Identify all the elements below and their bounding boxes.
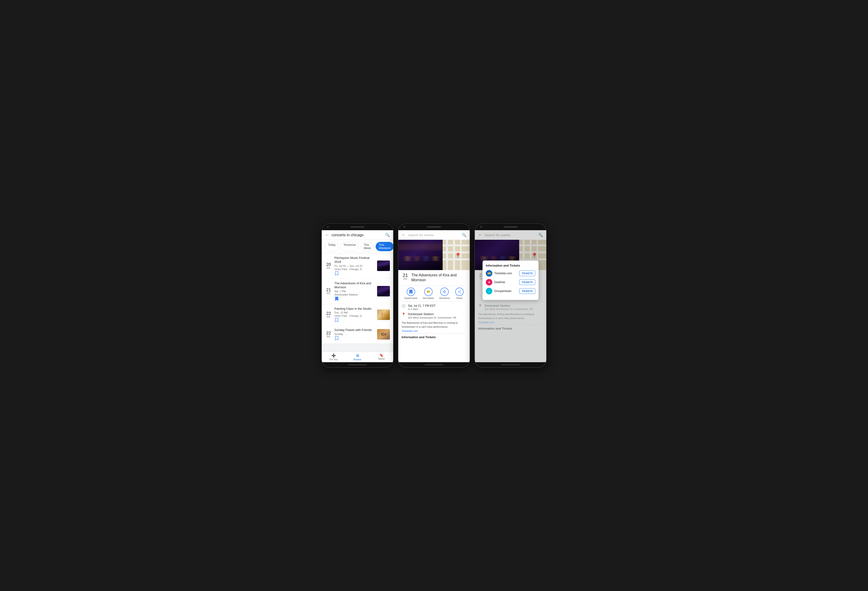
event-1-save-icon[interactable]: [334, 271, 339, 276]
filter-tab-thisweek[interactable]: This Week: [361, 242, 374, 251]
nav-saved[interactable]: 🔖 Saved: [369, 353, 393, 361]
phone-2-venue-row: 📍 Snickerpark Stadium 100 West Snickerpa…: [402, 312, 466, 319]
phone-2-datetime-sub: in 2 days: [408, 308, 435, 310]
event-3-month: JUL: [326, 315, 331, 318]
action-directions[interactable]: Directions: [439, 287, 450, 299]
saved-event-label: Saved event: [404, 297, 418, 299]
event-4-name: Sunday Feasts with Friends: [334, 328, 375, 332]
clock-icon: 🕐: [402, 304, 406, 308]
ticketsite-button[interactable]: TICKETS: [519, 271, 535, 276]
phone-2-event-day: 21: [403, 273, 408, 277]
phone-2-search-header: ← Search for events 🔍: [398, 230, 470, 240]
phone-1-search-query: concerts in chicago: [332, 233, 383, 237]
event-2-sub2: Snickerpark Stadium: [334, 293, 375, 296]
phone-2-detail-content: 21 JUL The Adventures of Kira and Morris…: [398, 270, 470, 362]
event-1-date: 20 JUL: [325, 262, 332, 269]
event-3-save-icon[interactable]: [334, 318, 339, 322]
phone-3-popup-overlay: Information and Tickets 🎫 Ticketsite.com…: [475, 230, 546, 362]
event-1-name: Pitchspoon Music Festival 2018: [334, 256, 375, 264]
event-4-info: Sunday Feasts with Friends Sunday: [334, 328, 375, 340]
dealhub-button[interactable]: TICKETS: [519, 279, 535, 285]
tickets-popup: Information and Tickets 🎫 Ticketsite.com…: [483, 261, 539, 300]
nav-for-you-label: For You: [330, 358, 338, 361]
filter-tab-today[interactable]: Today: [325, 242, 338, 251]
phone-2-venue: Snickerpark Stadium: [408, 312, 456, 316]
event-2-date: 21 JUL: [325, 288, 332, 295]
nav-browse-label: Browse: [353, 358, 361, 361]
event-4-sub1: Sunday: [334, 333, 375, 335]
get-tickets-circle: 🎫: [424, 287, 433, 296]
hero-concert-image: [398, 240, 445, 270]
phone-2-title-row: 21 JUL The Adventures of Kira and Morris…: [402, 273, 466, 283]
event-1-sub1: Fri, Jul 20 — Sun, Jul 22: [334, 264, 375, 267]
phone-2-link[interactable]: Ticketsite.com: [402, 330, 466, 332]
phone-1-search-header: ← concerts in chicago 🔍: [322, 230, 393, 240]
svg-point-2: [460, 292, 461, 293]
action-get-tickets[interactable]: 🎫 Get tickets: [423, 287, 434, 299]
event-3-date: 22 JUL: [325, 311, 332, 318]
phone-1-screen: ← concerts in chicago 🔍 Today Tomorrow T…: [322, 230, 393, 362]
phone-2-datetime-info: Sat, Jul 21, 7 PM EDT in 2 days: [408, 304, 435, 311]
phone-2-back-button[interactable]: ←: [402, 233, 406, 237]
event-card-1[interactable]: 20 JUL Pitchspoon Music Festival 2018 Fr…: [322, 253, 393, 279]
for-you-icon: ➕: [331, 353, 336, 358]
phone-3-camera: [480, 226, 482, 228]
action-saved-event[interactable]: Saved event: [404, 287, 418, 299]
event-1-day: 20: [326, 262, 331, 267]
groupsintown-logo: ♪: [486, 288, 492, 294]
event-1-month: JUL: [326, 267, 331, 269]
phone-1-search-icon[interactable]: 🔍: [385, 233, 390, 237]
phone-1-back-button[interactable]: ←: [325, 233, 329, 237]
event-4-day: 22: [326, 331, 331, 335]
phone-1-camera: [327, 226, 329, 228]
phone-2-home-bar: [425, 364, 443, 365]
nav-for-you[interactable]: ➕ For You: [322, 353, 345, 361]
svg-line-4: [459, 291, 460, 292]
saved-event-circle: [407, 287, 415, 296]
phone-2-camera: [403, 226, 405, 228]
event-card-2[interactable]: 21 JUL The Adventures of Kira and Morris…: [322, 279, 393, 304]
phone-3-bottom-bar: [475, 362, 546, 367]
phone-2-event-name: The Adventures of Kira and Morrison: [411, 273, 466, 283]
svg-line-5: [459, 292, 460, 292]
event-4-month: JUL: [326, 335, 331, 338]
directions-circle: [440, 287, 449, 296]
share-label: Share: [456, 297, 463, 299]
event-4-image: 🍽: [377, 329, 390, 340]
filter-tab-tomorrow[interactable]: Tomorrow: [340, 242, 359, 251]
phone-2-venue-info: Snickerpark Stadium 100 West Snickerpark…: [408, 312, 456, 319]
event-2-save-icon[interactable]: [334, 296, 339, 301]
phone-2-info-tickets: Information and Tickets: [402, 333, 466, 339]
phone-1: ← concerts in chicago 🔍 Today Tomorrow T…: [321, 223, 394, 368]
event-1-sub2: Union Park · Chicago, IL: [334, 268, 375, 271]
event-3-day: 22: [326, 311, 331, 315]
event-2-name: The Adventures of Kira and Morrison: [334, 281, 375, 289]
phone-2-search-placeholder[interactable]: Search for events: [408, 233, 459, 237]
event-4-save-icon[interactable]: [334, 336, 339, 340]
event-2-sub1: Sat, 7 PM: [334, 290, 375, 293]
dealhub-name: DealHub: [494, 281, 517, 284]
event-card-4[interactable]: 22 JUL Sunday Feasts with Friends Sunday…: [322, 325, 393, 343]
action-share[interactable]: Share: [455, 287, 464, 299]
phone-2-event-hero: 📍: [398, 240, 470, 270]
groupsintown-button[interactable]: TICKETS: [519, 288, 535, 294]
ticketsite-name: Ticketsite.com: [494, 272, 517, 275]
directions-label: Directions: [439, 297, 450, 299]
nav-browse[interactable]: ⊞ Browse: [345, 353, 369, 361]
phone-3-top-bar: [475, 224, 546, 230]
ticketsite-logo: 🎫: [486, 270, 492, 277]
event-3-image: 🎨: [377, 310, 390, 320]
event-card-3[interactable]: 22 JUL Painting Class in the Studio Sun,…: [322, 304, 393, 325]
event-3-info: Painting Class in the Studio Sun, 12 AM …: [334, 307, 375, 323]
share-circle: [455, 287, 464, 296]
phone-1-events-list: 20 JUL Pitchspoon Music Festival 2018 Fr…: [322, 253, 393, 352]
event-2-info: The Adventures of Kira and Morrison Sat,…: [334, 281, 375, 301]
phones-container: ← concerts in chicago 🔍 Today Tomorrow T…: [321, 223, 547, 368]
filter-tab-thisweekend[interactable]: This Weekend: [376, 242, 393, 251]
event-1-info: Pitchspoon Music Festival 2018 Fri, Jul …: [334, 256, 375, 276]
svg-marker-0: [443, 290, 446, 293]
phone-2-datetime: Sat, Jul 21, 7 PM EDT: [408, 304, 435, 308]
phone-2-search-icon[interactable]: 🔍: [462, 233, 466, 237]
event-3-sub2: Union Park · Chicago, IL: [334, 314, 375, 317]
phone-2: ← Search for events 🔍: [398, 223, 470, 368]
